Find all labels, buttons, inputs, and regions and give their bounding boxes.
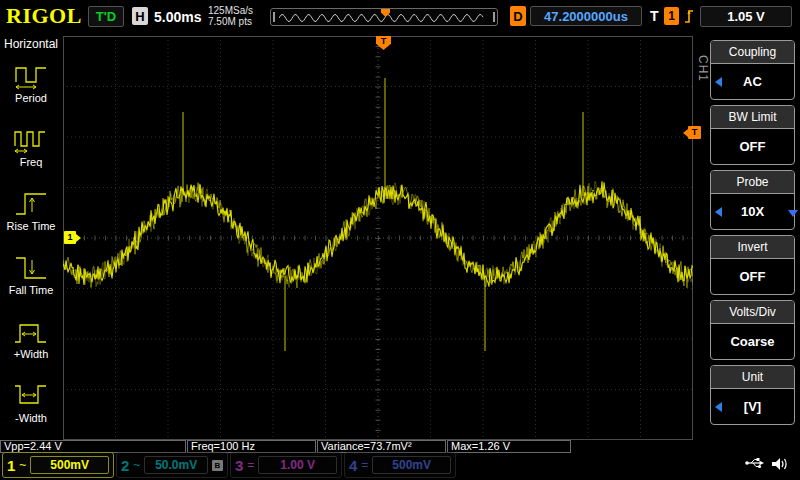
softkey-value: AC	[711, 64, 794, 99]
softkey-title: Volts/Div	[711, 301, 794, 324]
channel-number: 4	[349, 457, 357, 474]
acquisition-info: 125MSa/s 7.50M pts	[208, 5, 253, 27]
coupling-icon: ~	[19, 458, 26, 472]
bw-limit-badge: B	[212, 460, 223, 471]
fall-time-icon	[13, 254, 49, 282]
softkey-value-text: [V]	[744, 399, 761, 414]
menu-item-label: Fall Time	[9, 284, 54, 296]
menu-item-label: Period	[15, 92, 47, 104]
channel1-offset-marker-icon: 1	[64, 231, 76, 244]
channel-number: 1	[7, 457, 15, 474]
trigger-source-badge: 1	[664, 7, 679, 25]
softkey-title: Invert	[711, 236, 794, 259]
channel-scale: 1.00 V	[258, 456, 337, 474]
right-endcap	[493, 12, 495, 22]
softkey-value: Coarse	[711, 324, 794, 359]
softkey-volts-div[interactable]: Volts/Div Coarse	[710, 300, 795, 360]
softkey-value: [V]	[711, 389, 794, 424]
left-endcap	[273, 12, 275, 22]
left-arrow-icon	[715, 77, 722, 87]
channel3-status[interactable]: 3 = 1.00 V	[230, 452, 342, 478]
brand-logo: RIGOL	[6, 3, 82, 29]
coupling-icon: =	[361, 458, 368, 472]
channel-scale: 500mV	[30, 456, 109, 474]
menu-item-rise-time[interactable]: Rise Time	[0, 179, 62, 243]
plus-width-icon	[13, 318, 49, 346]
delay-readout: 47.2000000us	[530, 6, 642, 26]
menu-item-label: Rise Time	[7, 220, 56, 232]
softkey-unit[interactable]: Unit [V]	[710, 365, 795, 425]
softkey-value: OFF	[711, 259, 794, 294]
softkey-value: 10X	[711, 194, 794, 229]
channel1-status[interactable]: 1 ~ 500mV	[2, 452, 114, 478]
rise-time-icon	[13, 190, 49, 218]
channel-number: 3	[235, 457, 243, 474]
oscilloscope-screen: RIGOL T'D H 5.00ms 125MSa/s 7.50M pts D …	[0, 0, 800, 480]
menu-item-freq[interactable]: Freq	[0, 115, 62, 179]
channel4-status[interactable]: 4 = 500mV	[344, 452, 456, 478]
left-menu-title: Horizontal	[0, 37, 62, 51]
horizontal-position-indicator	[270, 8, 498, 26]
speaker-icon	[770, 455, 790, 473]
menu-item-fall-time[interactable]: Fall Time	[0, 243, 62, 307]
trigger-status-badge: T'D	[88, 6, 124, 27]
trigger-level-readout: 1.05 V	[700, 6, 792, 27]
waveform-display	[63, 36, 693, 440]
right-menu: Coupling AC BW Limit OFF Probe 10X Inver…	[710, 40, 795, 430]
minus-width-icon	[13, 382, 49, 410]
left-arrow-icon	[715, 207, 722, 217]
menu-item-label: -Width	[15, 412, 47, 424]
softkey-value-text: AC	[743, 74, 762, 89]
menu-item-period[interactable]: Period	[0, 51, 62, 115]
left-menu: Horizontal Period Freq Rise Time	[0, 33, 62, 447]
channel-scale: 50.0mV	[144, 456, 208, 474]
sample-rate: 125MSa/s	[208, 5, 253, 16]
softkey-bw-limit[interactable]: BW Limit OFF	[710, 105, 795, 165]
menu-item-label: +Width	[14, 348, 49, 360]
horizontal-label: H	[132, 7, 148, 25]
right-menu-channel-label: CH1	[694, 55, 710, 99]
menu-page-down-icon[interactable]	[788, 210, 798, 217]
trigger-level-marker-icon: T	[688, 126, 701, 139]
period-icon	[13, 62, 49, 90]
memory-depth: 7.50M pts	[208, 16, 253, 27]
menu-item-label: Freq	[20, 156, 43, 168]
softkey-value-text: OFF	[740, 269, 766, 284]
softkey-value: OFF	[711, 129, 794, 164]
coupling-icon: =	[247, 458, 254, 472]
freq-icon	[13, 126, 49, 154]
softkey-value-text: OFF	[740, 139, 766, 154]
softkey-invert[interactable]: Invert OFF	[710, 235, 795, 295]
channel-scale: 500mV	[372, 456, 451, 474]
softkey-probe[interactable]: Probe 10X	[710, 170, 795, 230]
measurement-max: Max=1.26 V	[447, 440, 571, 453]
softkey-title: Probe	[711, 171, 794, 194]
menu-item-minus-width[interactable]: -Width	[0, 371, 62, 435]
softkey-value-text: 10X	[741, 204, 764, 219]
left-arrow-icon	[715, 402, 722, 412]
softkey-title: Unit	[711, 366, 794, 389]
coupling-icon: ~	[133, 458, 140, 472]
trigger-label: T	[650, 8, 659, 24]
softkey-title: BW Limit	[711, 106, 794, 129]
delay-label: D	[510, 6, 526, 26]
timebase-readout: 5.00ms	[154, 9, 201, 25]
channel2-status[interactable]: 2 ~ 50.0mV B	[116, 452, 228, 478]
softkey-coupling[interactable]: Coupling AC	[710, 40, 795, 100]
trigger-edge-icon	[683, 6, 695, 26]
channel-number: 2	[121, 457, 129, 474]
softkey-title: Coupling	[711, 41, 794, 64]
softkey-value-text: Coarse	[730, 334, 774, 349]
menu-item-plus-width[interactable]: +Width	[0, 307, 62, 371]
graticule	[63, 36, 693, 440]
usb-host-icon	[744, 455, 766, 471]
